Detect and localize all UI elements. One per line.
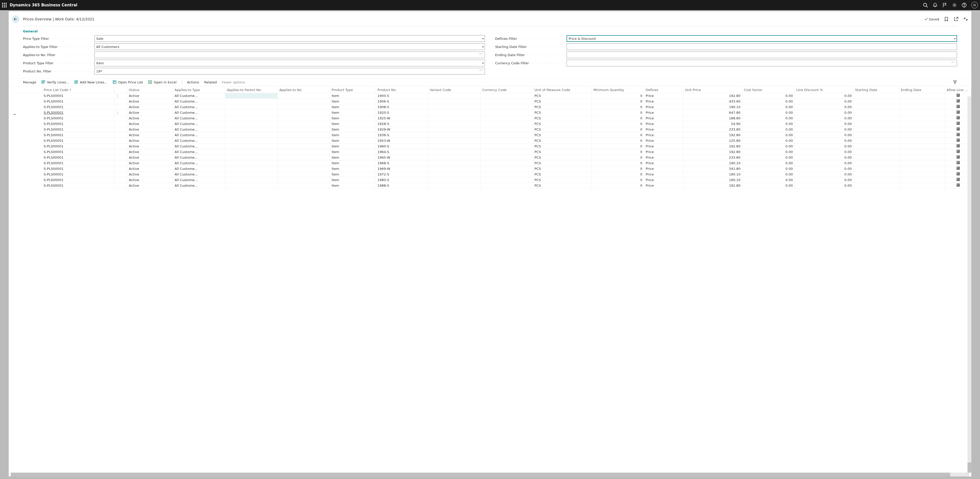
topbar: Dynamics 365 Business Central IK xyxy=(0,0,980,10)
svg-point-0 xyxy=(924,3,927,6)
search-icon[interactable] xyxy=(923,3,928,8)
flag-icon[interactable] xyxy=(942,3,947,8)
settings-icon[interactable] xyxy=(952,3,957,8)
help-icon[interactable] xyxy=(962,3,967,8)
svg-point-2 xyxy=(954,4,955,6)
notifications-icon[interactable] xyxy=(932,3,938,8)
user-avatar[interactable]: IK xyxy=(971,2,978,8)
app-launcher-icon[interactable] xyxy=(2,3,6,7)
svg-line-1 xyxy=(926,6,928,7)
app-title: Dynamics 365 Business Central xyxy=(10,3,77,7)
user-initials: IK xyxy=(974,3,976,7)
